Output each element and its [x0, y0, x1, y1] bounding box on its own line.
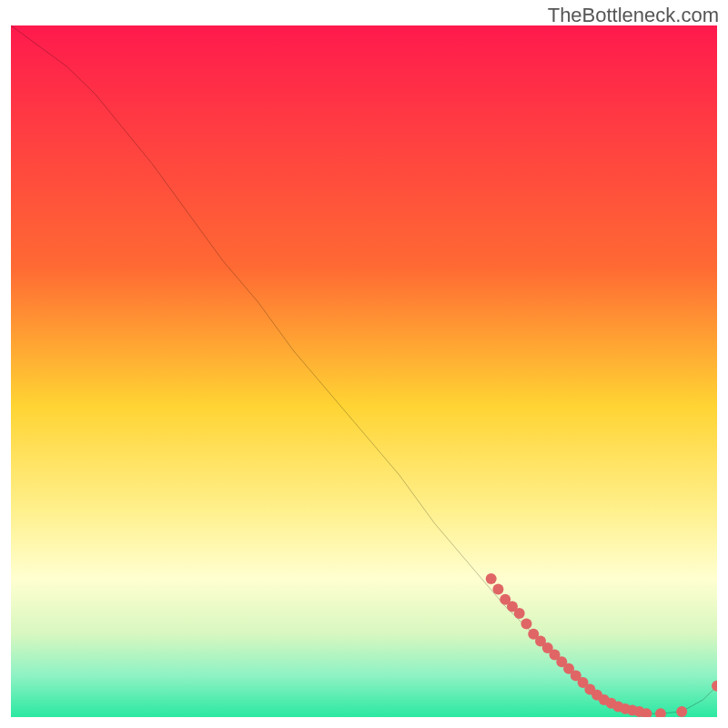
data-marker	[521, 618, 531, 629]
data-marker	[514, 608, 525, 619]
data-marker	[486, 573, 497, 584]
watermark-label: TheBottleneck.com	[548, 4, 719, 27]
chart-svg	[11, 25, 717, 717]
data-marker	[676, 706, 687, 717]
data-marker	[492, 583, 503, 594]
gradient-background	[11, 25, 717, 717]
bottleneck-chart	[11, 25, 717, 717]
